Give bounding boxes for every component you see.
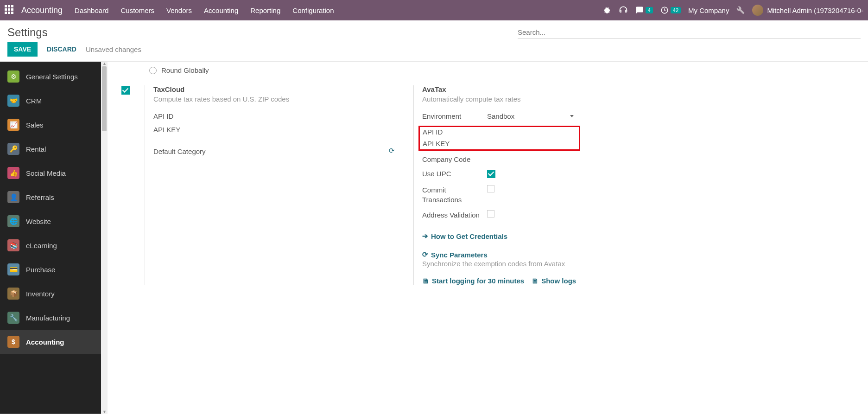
handshake-icon: 🤝 bbox=[7, 95, 19, 107]
avatax-api-id-label: API ID bbox=[423, 128, 488, 136]
sidebar-item-label: Manufacturing bbox=[26, 314, 70, 322]
sidebar-item-social[interactable]: 👍Social Media bbox=[0, 161, 101, 185]
sidebar-item-label: Accounting bbox=[26, 338, 64, 346]
company-code-label: Company Code bbox=[422, 154, 487, 164]
sync-icon: ⟳ bbox=[422, 250, 428, 259]
sidebar-item-purchase[interactable]: 💳Purchase bbox=[0, 257, 101, 282]
user-menu[interactable]: Mitchell Admin (1973204716-0- bbox=[752, 5, 863, 16]
menu-vendors[interactable]: Vendors bbox=[166, 6, 192, 14]
environment-dropdown[interactable]: Sandbox bbox=[487, 112, 574, 120]
menu-configuration[interactable]: Configuration bbox=[292, 6, 334, 14]
environment-label: Environment bbox=[422, 112, 487, 120]
sidebar-item-label: Inventory bbox=[26, 290, 55, 298]
activities-badge: 42 bbox=[671, 7, 681, 13]
sidebar-item-elearning[interactable]: 📚eLearning bbox=[0, 233, 101, 257]
scroll-down-icon[interactable]: ▼ bbox=[102, 410, 107, 414]
globe-icon: 🌐 bbox=[7, 215, 19, 227]
sidebar-item-referrals[interactable]: 👤Referrals bbox=[0, 185, 101, 209]
settings-sidebar: ⚙General Settings 🤝CRM 📈Sales 🔑Rental 👍S… bbox=[0, 62, 101, 414]
sidebar-item-inventory[interactable]: 📦Inventory bbox=[0, 282, 101, 306]
chevron-down-icon bbox=[570, 115, 574, 117]
taxcloud-title: TaxCloud bbox=[153, 85, 395, 93]
sidebar-item-label: General Settings bbox=[26, 73, 78, 81]
radio-icon bbox=[149, 67, 157, 74]
taxcloud-api-id-label: API ID bbox=[153, 112, 218, 120]
sidebar-item-label: CRM bbox=[26, 97, 42, 105]
address-validation-label: Address Validation bbox=[422, 210, 487, 220]
how-to-label: How to Get Credentials bbox=[431, 232, 507, 240]
menu-reporting[interactable]: Reporting bbox=[250, 6, 280, 14]
settings-content: Round Globally TaxCloud Compute tax rate… bbox=[108, 62, 868, 414]
messages-icon[interactable]: 4 bbox=[635, 6, 653, 14]
page-header: Settings SAVE DISCARD Unsaved changes bbox=[0, 20, 868, 62]
menu-accounting[interactable]: Accounting bbox=[204, 6, 238, 14]
sidebar-item-rental[interactable]: 🔑Rental bbox=[0, 137, 101, 161]
bug-icon[interactable] bbox=[603, 6, 611, 14]
highlight-box: API ID API KEY bbox=[418, 126, 580, 151]
taxcloud-checkbox[interactable] bbox=[121, 86, 130, 95]
show-logs-link[interactable]: 🗎 Show logs bbox=[532, 277, 576, 285]
tools-icon[interactable] bbox=[736, 6, 745, 14]
unsaved-changes-label: Unsaved changes bbox=[86, 45, 141, 53]
apps-icon[interactable] bbox=[5, 5, 15, 15]
sidebar-item-general[interactable]: ⚙General Settings bbox=[0, 64, 101, 89]
sync-parameters-label: Sync Parameters bbox=[431, 251, 488, 259]
round-globally-option[interactable]: Round Globally bbox=[149, 66, 854, 74]
start-logging-label: Start logging for 30 minutes bbox=[432, 277, 524, 285]
search-input[interactable] bbox=[518, 26, 861, 38]
sync-parameters-link[interactable]: ⟳ Sync Parameters bbox=[422, 250, 488, 259]
avatax-block: AvaTax Automatically compute tax rates E… bbox=[413, 85, 580, 285]
sidebar-scrollbar[interactable]: ▲ ▼ bbox=[101, 62, 108, 414]
sidebar-item-accounting[interactable]: $Accounting bbox=[0, 330, 101, 354]
taxcloud-desc: Compute tax rates based on U.S. ZIP code… bbox=[153, 95, 395, 103]
commit-transactions-checkbox[interactable] bbox=[487, 185, 494, 192]
scroll-up-icon[interactable]: ▲ bbox=[102, 61, 107, 66]
sidebar-item-label: Purchase bbox=[26, 266, 55, 274]
sidebar-item-crm[interactable]: 🤝CRM bbox=[0, 89, 101, 113]
menu-dashboard[interactable]: Dashboard bbox=[75, 6, 108, 14]
taxcloud-block: TaxCloud Compute tax rates based on U.S.… bbox=[121, 85, 395, 285]
save-button[interactable]: SAVE bbox=[7, 42, 38, 57]
messages-badge: 4 bbox=[646, 7, 653, 13]
book-icon: 📚 bbox=[7, 239, 19, 251]
chart-icon: 📈 bbox=[7, 119, 19, 131]
activities-icon[interactable]: 42 bbox=[660, 6, 681, 14]
user-name: Mitchell Admin (1973204716-0- bbox=[767, 6, 863, 14]
use-upc-label: Use UPC bbox=[422, 170, 487, 178]
document-icon: 🗎 bbox=[532, 277, 539, 285]
commit-transactions-label: Commit Transactions bbox=[422, 185, 487, 205]
avatax-title: AvaTax bbox=[422, 85, 580, 93]
menu-customers[interactable]: Customers bbox=[120, 6, 154, 14]
start-logging-link[interactable]: 🗎 Start logging for 30 minutes bbox=[422, 277, 524, 285]
discard-button[interactable]: DISCARD bbox=[47, 45, 76, 53]
taxcloud-api-key-label: API KEY bbox=[153, 126, 218, 134]
sidebar-item-manufacturing[interactable]: 🔧Manufacturing bbox=[0, 306, 101, 330]
sync-parameters-desc: Synchronize the exemption codes from Ava… bbox=[422, 260, 580, 268]
support-icon[interactable] bbox=[619, 6, 628, 15]
key-icon: 🔑 bbox=[7, 143, 19, 155]
sidebar-item-label: eLearning bbox=[26, 242, 57, 250]
how-to-get-credentials-link[interactable]: ➔ How to Get Credentials bbox=[422, 232, 507, 240]
sidebar-item-label: Referrals bbox=[26, 193, 54, 201]
sidebar-item-website[interactable]: 🌐Website bbox=[0, 209, 101, 233]
avatax-api-key-label: API KEY bbox=[423, 140, 488, 147]
avatax-desc: Automatically compute tax rates bbox=[422, 95, 580, 103]
box-icon: 📦 bbox=[7, 288, 19, 300]
avatar bbox=[752, 5, 763, 16]
taxcloud-default-category-label: Default Category bbox=[153, 147, 218, 156]
sidebar-item-label: Rental bbox=[26, 145, 46, 153]
sidebar-item-sales[interactable]: 📈Sales bbox=[0, 113, 101, 137]
top-navbar: Accounting Dashboard Customers Vendors A… bbox=[0, 0, 868, 20]
app-brand[interactable]: Accounting bbox=[21, 6, 63, 15]
scroll-thumb[interactable] bbox=[102, 66, 107, 131]
arrow-right-icon: ➔ bbox=[422, 232, 428, 240]
environment-value: Sandbox bbox=[487, 112, 514, 120]
person-icon: 👤 bbox=[7, 191, 19, 203]
sidebar-item-label: Website bbox=[26, 218, 51, 225]
company-switcher[interactable]: My Company bbox=[688, 6, 729, 14]
thumbs-up-icon: 👍 bbox=[7, 167, 19, 179]
refresh-icon[interactable]: ⟳ bbox=[389, 147, 395, 154]
use-upc-checkbox[interactable] bbox=[487, 170, 495, 178]
main-menu: Dashboard Customers Vendors Accounting R… bbox=[75, 6, 334, 14]
address-validation-checkbox[interactable] bbox=[487, 210, 494, 218]
